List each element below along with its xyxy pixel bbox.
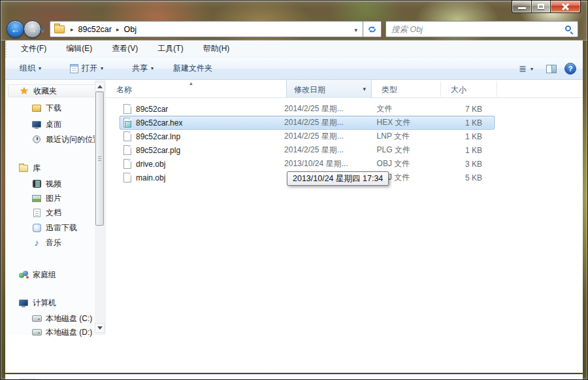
chevron-down-icon: ▾ xyxy=(39,65,41,71)
sidebar-item-favorites[interactable]: ★收藏夹 xyxy=(8,84,97,97)
navigation-bar: ← → ▾ ▸ 89c52car ▸ Obj ▾ xyxy=(0,18,588,41)
forward-button[interactable]: → xyxy=(24,20,41,38)
address-dropdown-icon[interactable]: ▾ xyxy=(354,27,357,33)
navigation-pane: ★收藏夹 下载 桌面 最近访问的位置 库 视频 图片 文档 迅雷下载 ♪音乐 家… xyxy=(5,80,105,335)
forward-arrow-icon: → xyxy=(28,25,37,34)
breadcrumb-separator-icon: ▸ xyxy=(113,26,123,33)
file-icon xyxy=(123,131,131,141)
desktop-icon xyxy=(32,121,41,128)
open-button[interactable]: 打开 ▾ xyxy=(65,60,108,77)
new-folder-label: 新建文件夹 xyxy=(173,63,212,74)
new-folder-button[interactable]: 新建文件夹 xyxy=(168,60,218,77)
file-row-89c52car[interactable]: 89c52car 2014/2/25 星期... 文件 7 KB xyxy=(120,102,495,116)
refresh-button[interactable] xyxy=(363,21,382,37)
library-icon xyxy=(19,165,28,172)
document-icon xyxy=(33,209,41,217)
film-icon xyxy=(33,180,41,188)
column-header-name[interactable]: 名称 xyxy=(116,84,132,95)
sidebar-item-local-disk-c[interactable]: 本地磁盘 (C:) xyxy=(31,312,92,325)
file-icon xyxy=(123,104,131,114)
close-button[interactable] xyxy=(551,1,581,13)
homegroup-icon xyxy=(18,270,29,279)
sidebar-item-libraries[interactable]: 库 xyxy=(18,162,41,175)
details-pane: 89c52car.hex 修改日期: 2014/2/25 星期二 14:13 创… xyxy=(5,374,583,380)
folder-icon xyxy=(54,26,65,33)
file-row-89c52car-plg[interactable]: 89c52car.plg 2014/2/25 星期... PLG 文件 1 KB xyxy=(120,143,495,157)
recent-pages-dropdown[interactable]: ▾ xyxy=(41,27,44,33)
column-header-type[interactable]: 类型 xyxy=(382,84,397,95)
menu-file[interactable]: 文件(F) xyxy=(16,41,52,56)
sidebar-item-desktop[interactable]: 桌面 xyxy=(31,118,61,131)
sidebar-item-computer[interactable]: 计算机 xyxy=(18,296,56,309)
file-row-drive-obj[interactable]: drive.obj 2013/10/24 星期... OBJ 文件 3 KB xyxy=(120,157,495,171)
picture-icon xyxy=(32,195,41,202)
search-box xyxy=(385,21,578,37)
search-input[interactable] xyxy=(391,23,555,35)
open-label: 打开 xyxy=(82,63,97,74)
breadcrumb-separator-icon: ▸ xyxy=(67,26,77,33)
breadcrumb-item-obj[interactable]: Obj xyxy=(123,25,138,34)
triangle-up-icon xyxy=(97,85,103,88)
organize-label: 组织 xyxy=(20,63,35,74)
menu-view[interactable]: 查看(V) xyxy=(106,41,143,56)
file-icon xyxy=(123,173,131,182)
chevron-down-icon: ▾ xyxy=(531,66,533,72)
refresh-icon xyxy=(367,25,377,34)
address-bar[interactable]: ▸ 89c52car ▸ Obj ▾ xyxy=(50,21,363,37)
close-icon xyxy=(562,3,569,10)
minimize-button[interactable] xyxy=(512,1,532,13)
notepad-icon xyxy=(70,64,78,73)
music-note-icon: ♪ xyxy=(31,237,42,248)
column-header-date[interactable]: 修改日期 ▾ xyxy=(286,80,372,98)
sidebar-item-videos[interactable]: 视频 xyxy=(31,177,61,190)
sidebar-item-thunder-downloads[interactable]: 迅雷下载 xyxy=(31,221,77,234)
minimize-icon xyxy=(518,7,526,9)
sidebar-item-music[interactable]: ♪音乐 xyxy=(31,236,61,249)
breadcrumb-item-89c52car[interactable]: 89c52car xyxy=(77,25,113,34)
filter-dropdown-icon[interactable]: ▾ xyxy=(363,86,366,92)
sidebar-item-local-disk-d[interactable]: 本地磁盘 (D:) xyxy=(31,326,92,339)
star-icon: ★ xyxy=(19,86,29,96)
menu-edit[interactable]: 编辑(E) xyxy=(61,41,97,56)
main-area: ★收藏夹 下载 桌面 最近访问的位置 库 视频 图片 文档 迅雷下载 ♪音乐 家… xyxy=(5,80,583,335)
organize-button[interactable]: 组织 ▾ xyxy=(14,60,46,77)
drive-icon xyxy=(32,315,42,322)
maximize-icon xyxy=(538,4,544,9)
sidebar-item-downloads[interactable]: 下载 xyxy=(31,101,61,114)
date-tooltip: 2013/10/24 星期四 17:34 xyxy=(287,171,389,186)
file-list-pane: ▴ 名称 修改日期 ▾ 类型 大小 89c52car 2014/2/25 星期.… xyxy=(106,80,583,335)
scroll-up-button[interactable] xyxy=(95,82,105,92)
column-header-size[interactable]: 大小 xyxy=(451,84,466,95)
share-button[interactable]: 共享 ▾ xyxy=(127,60,159,77)
drive-icon xyxy=(32,329,42,336)
maximize-button[interactable] xyxy=(532,1,551,13)
scroll-down-button[interactable] xyxy=(95,323,105,333)
back-button[interactable]: ← xyxy=(7,20,24,38)
sidebar-item-pictures[interactable]: 图片 xyxy=(31,192,61,205)
thunder-icon xyxy=(33,224,41,232)
chevron-down-icon: ▾ xyxy=(151,65,154,71)
sidebar-item-homegroup[interactable]: 家庭组 xyxy=(18,268,56,281)
scrollbar-thumb[interactable] xyxy=(95,92,104,226)
file-row-89c52car-hex-selected[interactable]: 89c52car.hex 2014/2/25 星期... HEX 文件 1 KB xyxy=(120,116,495,130)
share-label: 共享 xyxy=(132,63,148,74)
preview-pane-icon[interactable] xyxy=(546,65,557,73)
file-icon xyxy=(123,159,131,169)
sidebar-item-documents[interactable]: 文档 xyxy=(31,206,61,219)
file-row-89c52car-lnp[interactable]: 89c52car.lnp 2014/2/25 星期... LNP 文件 1 KB xyxy=(120,130,495,143)
downloads-icon xyxy=(32,105,41,112)
sort-ascending-icon: ▴ xyxy=(189,80,193,86)
sidebar-item-recent-places[interactable]: 最近访问的位置 xyxy=(31,133,101,146)
computer-icon xyxy=(19,300,28,306)
explorer-client-area: 文件(F) 编辑(E) 查看(V) 工具(T) 帮助(H) 组织 ▾ 打开 ▾ … xyxy=(5,41,583,373)
sidebar-scrollbar[interactable] xyxy=(95,80,105,335)
window-controls xyxy=(512,1,581,13)
search-icon[interactable] xyxy=(565,26,571,31)
menu-help[interactable]: 帮助(H) xyxy=(198,41,235,56)
back-arrow-icon: ← xyxy=(11,25,20,34)
chevron-down-icon: ▾ xyxy=(101,65,103,71)
triangle-down-icon xyxy=(97,326,103,330)
menu-tools[interactable]: 工具(T) xyxy=(152,41,188,56)
change-view-button[interactable]: ≣ ▾ xyxy=(514,61,538,77)
help-icon[interactable]: ? xyxy=(564,63,576,75)
